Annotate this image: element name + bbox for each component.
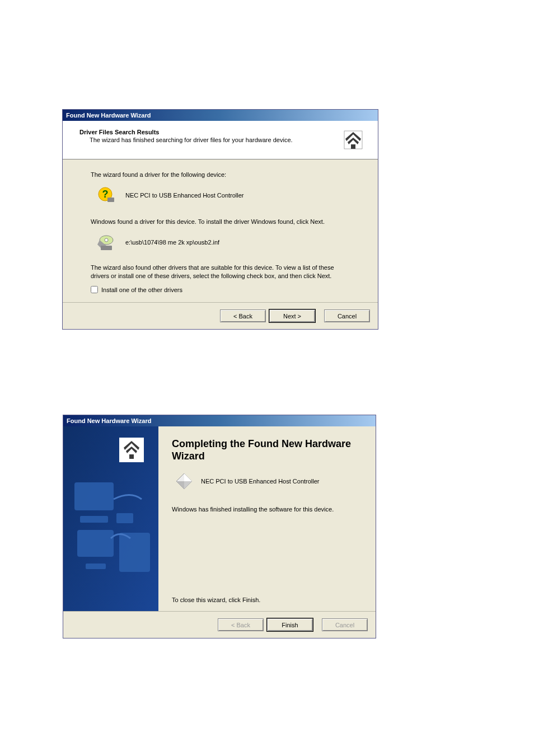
svg-point-8 (105, 238, 108, 242)
header-title: Driver Files Search Results (79, 129, 331, 135)
completion-device-row: NEC PCI to USB Enhanced Host Controller (175, 472, 364, 490)
titlebar: Found New Hardware Wizard (63, 415, 376, 426)
window-title: Found New Hardware Wizard (67, 417, 151, 424)
svg-rect-10 (63, 426, 158, 611)
wizard-dialog-driver-search: Found New Hardware Wizard Driver Files S… (62, 109, 378, 330)
finish-button[interactable]: Finish (267, 618, 313, 631)
svg-rect-14 (77, 530, 114, 557)
diamond-device-icon (175, 472, 193, 490)
driver-file-icon (97, 233, 115, 251)
completion-device-name: NEC PCI to USB Enhanced Host Controller (201, 478, 320, 485)
cancel-button[interactable]: Cancel (324, 309, 370, 322)
completion-title: Completing the Found New Hardware Wizard (172, 438, 364, 462)
found-text: The wizard found a driver for the follow… (91, 171, 350, 179)
titlebar: Found New Hardware Wizard (63, 110, 378, 121)
content-area: The wizard found a driver for the follow… (63, 159, 378, 302)
window-title: Found New Hardware Wizard (66, 112, 151, 119)
button-row: < Back Finish Cancel (63, 611, 376, 638)
back-button: < Back (218, 618, 264, 631)
header-subtitle: The wizard has finished searching for dr… (79, 137, 331, 143)
svg-text:?: ? (102, 189, 109, 200)
header-text-block: Driver Files Search Results The wizard h… (79, 129, 331, 143)
body-area: Completing the Found New Hardware Wizard… (63, 426, 376, 611)
completion-finished-text: Windows has finished installing the soft… (172, 506, 364, 513)
install-other-label: Install one of the other drivers (101, 287, 182, 293)
svg-rect-6 (107, 198, 114, 202)
svg-rect-13 (116, 513, 133, 523)
svg-rect-12 (80, 516, 108, 523)
other-drivers-text: The wizard also found other drivers that… (91, 264, 350, 280)
install-other-checkbox-row: Install one of the other drivers (91, 286, 350, 293)
svg-rect-3 (351, 144, 355, 149)
driver-path: e:\usb\1074\98 me 2k xp\ousb2.inf (125, 239, 219, 246)
install-other-checkbox[interactable] (91, 286, 98, 293)
close-instruction-text: To close this wizard, click Finish. (172, 597, 364, 603)
cancel-button: Cancel (322, 618, 368, 631)
svg-rect-20 (129, 454, 134, 459)
button-row: < Back Next > Cancel (63, 302, 378, 329)
svg-rect-15 (86, 564, 106, 569)
svg-rect-9 (101, 246, 112, 250)
driver-file-row: e:\usb\1074\98 me 2k xp\ousb2.inf (97, 233, 350, 251)
install-text: Windows found a driver for this device. … (91, 218, 350, 226)
hardware-icon (342, 129, 364, 151)
header-area: Driver Files Search Results The wizard h… (63, 121, 378, 159)
svg-rect-11 (74, 482, 114, 510)
wizard-dialog-completion: Found New Hardware Wizard (63, 415, 376, 638)
back-button[interactable]: < Back (220, 309, 266, 322)
svg-rect-16 (119, 533, 150, 572)
wizard-sidebar-image (63, 426, 158, 611)
device-row: ? NEC PCI to USB Enhanced Host Controlle… (97, 186, 350, 204)
device-name: NEC PCI to USB Enhanced Host Controller (125, 192, 244, 199)
right-panel: Completing the Found New Hardware Wizard… (158, 426, 376, 611)
question-device-icon: ? (97, 186, 115, 204)
next-button[interactable]: Next > (269, 309, 315, 322)
